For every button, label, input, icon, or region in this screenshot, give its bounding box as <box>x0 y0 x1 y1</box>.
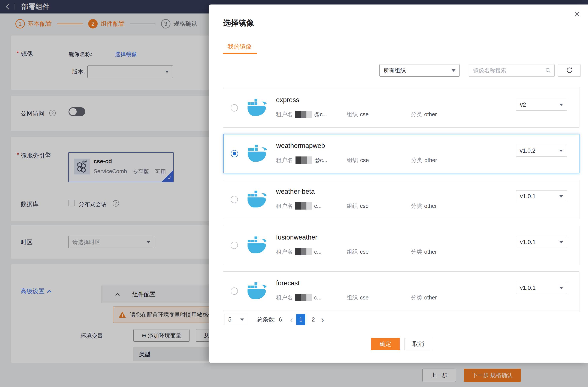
image-meta: 租户名 c... 组织 cse 分类 other <box>276 202 437 210</box>
image-name: weather-beta <box>276 188 437 195</box>
radio-dot <box>232 289 236 293</box>
version-select[interactable]: v2 <box>516 99 567 111</box>
image-info: express 租户名 @c... 组织 cse 分类 other <box>276 98 437 118</box>
category-value: other <box>424 157 437 163</box>
search-box <box>469 64 555 77</box>
radio-dot <box>233 152 236 155</box>
org-label: 组织 <box>347 111 358 118</box>
page-numbers: 12 <box>293 314 318 325</box>
prev-page-icon[interactable]: ‹ <box>290 314 293 325</box>
refresh-button[interactable] <box>558 64 581 77</box>
image-name: weathermapweb <box>276 142 437 150</box>
modal-title: 选择镜像 <box>223 18 254 28</box>
image-name: forecast <box>276 279 437 287</box>
version-select[interactable]: v1.0.2 <box>516 145 567 157</box>
org-filter-dropdown[interactable]: 所有组织 <box>379 64 460 77</box>
total-label: 总条数: <box>257 316 276 324</box>
radio-dot <box>232 244 236 247</box>
org-value: cse <box>360 248 369 255</box>
category-value: other <box>424 203 437 209</box>
refresh-icon <box>566 67 573 74</box>
org-label: 组织 <box>347 248 358 256</box>
cancel-button[interactable]: 取消 <box>404 338 432 350</box>
tenant-label: 租户名 <box>276 111 293 118</box>
next-page-icon[interactable]: › <box>321 314 324 325</box>
image-card-fusionweather[interactable]: fusionweather 租户名 c... 组织 cse 分类 other v… <box>223 226 579 265</box>
category-value: other <box>424 294 437 301</box>
image-card-weather-beta[interactable]: weather-beta 租户名 c... 组织 cse 分类 other v1… <box>223 180 579 219</box>
version-value: v1.0.1 <box>520 239 536 245</box>
docker-icon <box>247 282 267 300</box>
image-card-weathermapweb[interactable]: weathermapweb 租户名 @c... 组织 cse 分类 other … <box>223 134 579 173</box>
redacted-tenant <box>295 248 312 255</box>
version-select[interactable]: v1.0.1 <box>516 190 567 202</box>
image-card-forecast[interactable]: forecast 租户名 c... 组织 cse 分类 other v1.0.1 <box>223 271 579 311</box>
select-image-modal: × 选择镜像 我的镜像 所有组织 express <box>209 4 588 363</box>
close-icon[interactable]: × <box>574 8 580 20</box>
image-radio[interactable] <box>231 150 238 157</box>
category-label: 分类 <box>411 157 422 164</box>
chevron-down-icon <box>559 195 563 198</box>
image-meta: 租户名 @c... 组织 cse 分类 other <box>276 157 437 164</box>
version-select[interactable]: v1.0.1 <box>516 282 567 294</box>
chevron-down-icon <box>559 103 563 106</box>
tab-border <box>223 54 579 54</box>
category-value: other <box>424 248 437 255</box>
docker-icon <box>247 190 267 209</box>
image-meta: 租户名 @c... 组织 cse 分类 other <box>276 111 437 118</box>
version-value: v1.0.1 <box>520 193 536 200</box>
image-name: fusionweather <box>276 234 437 241</box>
image-meta: 租户名 c... 组织 cse 分类 other <box>276 294 437 301</box>
version-value: v2 <box>520 102 526 108</box>
image-info: weathermapweb 租户名 @c... 组织 cse 分类 other <box>276 144 437 164</box>
chevron-down-icon <box>240 319 244 321</box>
redacted-tenant <box>295 294 312 301</box>
tenant-suffix: c... <box>314 294 322 301</box>
tenant-suffix: @c... <box>314 111 327 118</box>
category-label: 分类 <box>411 202 422 210</box>
page-1[interactable]: 1 <box>296 314 305 325</box>
search-input[interactable] <box>473 67 545 74</box>
image-card-express[interactable]: express 租户名 @c... 组织 cse 分类 other v2 <box>223 88 579 128</box>
page-size-dropdown[interactable]: 5 <box>224 314 248 325</box>
org-value: cse <box>360 111 369 118</box>
tenant-label: 租户名 <box>276 202 293 210</box>
version-value: v1.0.2 <box>520 147 536 154</box>
org-value: cse <box>360 203 369 209</box>
category-label: 分类 <box>411 248 422 256</box>
redacted-tenant <box>295 157 312 164</box>
image-radio[interactable] <box>231 196 238 203</box>
radio-dot <box>232 198 236 201</box>
chevron-down-icon <box>559 150 563 152</box>
version-select[interactable]: v1.0.1 <box>516 236 567 248</box>
image-radio[interactable] <box>231 104 238 112</box>
org-value: cse <box>360 157 369 163</box>
category-value: other <box>424 111 437 118</box>
image-name: express <box>276 96 437 104</box>
tenant-suffix: c... <box>314 203 322 209</box>
tenant-suffix: @c... <box>314 157 327 163</box>
docker-icon <box>247 236 267 255</box>
page-2[interactable]: 2 <box>309 314 318 325</box>
total-count: 6 <box>279 316 282 323</box>
tab-my-images[interactable]: 我的镜像 <box>228 42 252 51</box>
chevron-down-icon <box>559 287 563 289</box>
search-icon <box>545 67 551 74</box>
confirm-button[interactable]: 确定 <box>371 338 400 350</box>
image-radio[interactable] <box>231 287 238 295</box>
image-radio[interactable] <box>231 242 238 249</box>
image-info: weather-beta 租户名 c... 组织 cse 分类 other <box>276 189 437 210</box>
tenant-label: 租户名 <box>276 294 293 301</box>
version-value: v1.0.1 <box>520 285 536 291</box>
image-info: forecast 租户名 c... 组织 cse 分类 other <box>276 281 437 301</box>
chevron-down-icon <box>559 241 563 243</box>
page-size-value: 5 <box>228 316 231 323</box>
docker-icon <box>248 144 267 163</box>
category-label: 分类 <box>411 294 422 301</box>
tenant-suffix: c... <box>314 248 322 255</box>
tenant-label: 租户名 <box>276 157 293 164</box>
image-list: express 租户名 @c... 组织 cse 分类 other v2 <box>223 88 579 317</box>
tenant-label: 租户名 <box>276 248 293 256</box>
category-label: 分类 <box>411 111 422 118</box>
chevron-down-icon <box>452 69 456 72</box>
